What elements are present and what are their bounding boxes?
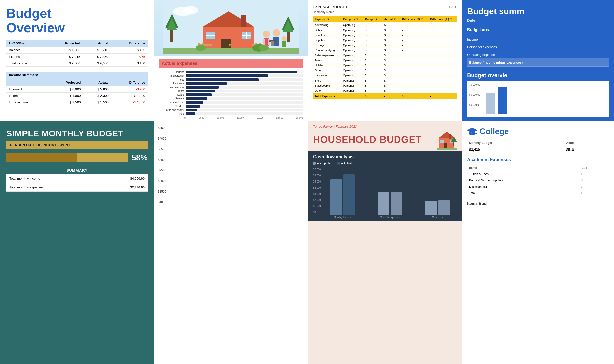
expense-category: Operating <box>341 22 363 28</box>
expense-name: Advertising <box>313 22 341 28</box>
expense-diff-s: - <box>400 78 428 83</box>
yaxis-value: $2000 <box>158 179 304 183</box>
hb-group-label: Cash flow <box>432 216 443 219</box>
expense-budget: $ <box>363 28 382 33</box>
household-budget-card: Torres Family | February 2023 HOUSEHOLD … <box>308 121 462 364</box>
expense-row: Postage Operating $ $ - <box>313 43 457 48</box>
academic-bud: $ <box>579 184 609 190</box>
bar-label: Food <box>159 78 184 81</box>
expense-row: Debts Operating $ $ - <box>313 28 457 33</box>
svg-point-2 <box>183 6 198 14</box>
smb-progress-fill <box>6 153 77 162</box>
expense-diff-s: - <box>400 28 428 33</box>
expense-budget: $ <box>363 53 382 58</box>
svg-point-38 <box>259 45 269 51</box>
expense-category: Operating <box>341 28 363 33</box>
expense-diff-p <box>428 48 457 53</box>
col-projected: Projected <box>47 40 83 47</box>
expense-budget: $ <box>363 33 382 38</box>
yaxis-panel-card: $4500$4000$3500$3000$2500$2000$1500$1000 <box>154 121 308 364</box>
expense-row: Store Personal $ $ - <box>313 78 457 83</box>
expense-actual: $ <box>382 43 400 48</box>
expense-budget: $ <box>363 73 382 78</box>
bar-fill <box>186 78 259 81</box>
expense-category: Personal <box>341 83 363 88</box>
hb-bars-pair <box>425 200 450 215</box>
items-col: Items <box>467 165 579 171</box>
expense-budget-date: DATE <box>449 5 457 9</box>
bar-track <box>186 97 303 100</box>
hb-y6000: $6,000 <box>313 174 321 177</box>
expense-diff-p <box>428 58 457 63</box>
academic-item: Books & School Supplies <box>467 177 579 184</box>
svg-point-28 <box>273 29 280 37</box>
smb-summary-header: SUMMARY <box>6 166 148 174</box>
expense-actual: $ <box>382 73 400 78</box>
bar-label: Taxes <box>159 90 184 92</box>
income-col-proj: Projected <box>48 79 83 86</box>
income-row-label: Extra income <box>6 99 48 106</box>
bar-label: Housing <box>159 71 184 73</box>
expense-diff-p <box>428 78 457 83</box>
income-row: Income 1 $ 6,000 $ 5,800 -$ 200 <box>6 86 148 93</box>
svg-point-39 <box>196 45 206 51</box>
hb-legend: ■ Projected ■ Actual <box>313 162 457 165</box>
expense-budget: $ <box>363 68 382 73</box>
budget-area-item: Income <box>467 36 609 43</box>
simple-monthly-budget-card: SIMPLE MONTHLY BUDGET PERCENTAGE OF INCO… <box>0 121 154 364</box>
academic-row: Books & School Supplies $ <box>467 177 609 184</box>
academic-row: Total $ <box>467 190 609 196</box>
budget-overview-chart: 70,000.00 60,000.00 50,000.00 <box>467 81 609 117</box>
academic-bud: $ <box>579 177 609 184</box>
bar-row: Entertainment <box>159 86 303 89</box>
projected-color <box>313 162 316 165</box>
expense-name: Other <box>313 88 341 93</box>
monthly-budget-col: Monthly Budget <box>467 140 564 146</box>
expense-actual: $ <box>382 48 400 53</box>
income-row-diff: -$ 200 <box>111 86 148 93</box>
svg-point-30 <box>282 36 287 41</box>
bar-label: Children <box>159 105 184 108</box>
svg-rect-46 <box>437 148 457 150</box>
svg-point-9 <box>229 44 231 46</box>
bar-fill <box>186 105 200 108</box>
total-label: Total Expenses <box>313 93 341 99</box>
row-projected: $ 9,500 <box>47 60 83 67</box>
expense-actual: $ <box>382 38 400 43</box>
expense-actual: $ <box>382 53 400 58</box>
expense-name: Supplies <box>313 38 341 43</box>
bar-fill <box>186 90 215 92</box>
bar-track <box>186 112 303 115</box>
expense-name: Debts <box>313 28 341 33</box>
col-difference: Difference <box>111 40 148 47</box>
hb-y3000: $3,000 <box>313 193 321 195</box>
income-row-proj: $ 2,500 <box>48 99 83 106</box>
hb-y5000: $5,000 <box>313 180 321 183</box>
overview-row: Expenses $ 7,915 $ 7,860 -$ 55 <box>6 54 148 60</box>
bar-fill <box>186 74 268 77</box>
bar-fill <box>186 93 212 96</box>
bar-track <box>186 90 303 92</box>
actual-color <box>337 162 340 165</box>
overview-row: Total income $ 9,500 $ 9,600 $ 100 <box>6 60 148 67</box>
budget-summary-title: Budget summ <box>467 6 609 16</box>
income-row: Income 2 $ 1,000 $ 2,300 $ 1,300 <box>6 93 148 99</box>
expense-budget: $ <box>363 78 382 83</box>
row-diff: $ 155 <box>111 47 148 54</box>
expense-name: Benefits <box>313 33 341 38</box>
col-diff-p: Difference (%) ▼ <box>428 16 457 22</box>
x-label-1: $500 <box>199 117 204 119</box>
expense-diff-s: - <box>400 63 428 68</box>
expense-budget: $ <box>363 48 382 53</box>
expense-actual: $ <box>382 68 400 73</box>
smb-summary-row: Total monthly expenses $2,336.00 <box>6 183 148 192</box>
college-budget-card: College Monthly Budget Actua $3,430 $510… <box>462 121 614 364</box>
expense-name: Postage <box>313 43 341 48</box>
expense-name: Salespeople <box>313 83 341 88</box>
expense-row: Supplies Operating $ $ - <box>313 38 457 43</box>
expense-diff-p <box>428 88 457 93</box>
total-budget: $ <box>363 93 382 99</box>
bar-label: Insurance <box>159 82 184 85</box>
hb-y0: $0 <box>313 211 321 214</box>
row-label: Balance <box>6 47 47 54</box>
